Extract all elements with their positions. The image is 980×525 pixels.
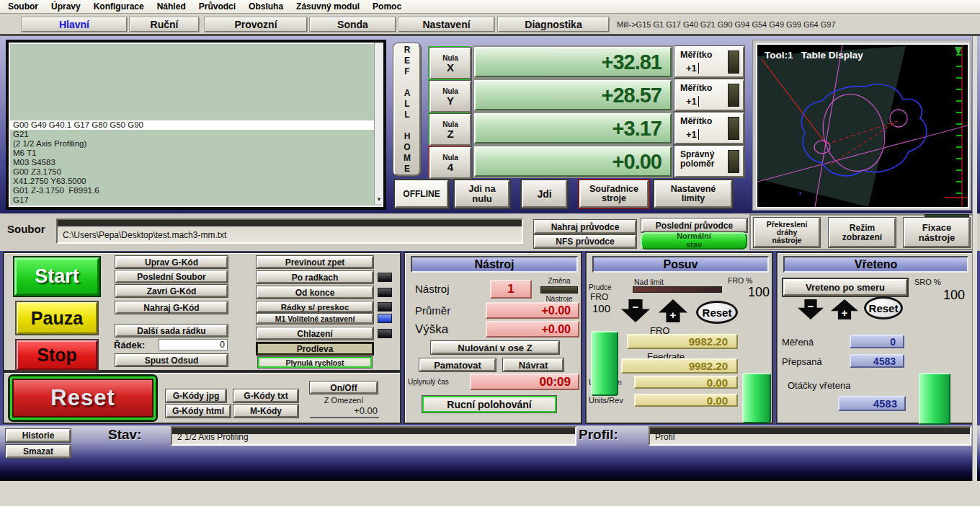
touch-z-button[interactable]: Nulování v ose Z: [431, 341, 559, 354]
menu-konfigurace[interactable]: Konfigurace: [87, 0, 151, 13]
scale-x-button[interactable]: Měřítko +1: [674, 46, 744, 78]
offline-button[interactable]: OFFLINE: [395, 180, 448, 208]
radius-correct-button[interactable]: Správný poloměr: [674, 146, 744, 177]
wizard-state-indicator[interactable]: Normální stav: [641, 232, 747, 250]
stop-button[interactable]: Stop: [17, 340, 97, 370]
soft-limits-button[interactable]: Nastavené limity: [654, 180, 732, 208]
spindle-rpm-dro[interactable]: 4583: [838, 396, 906, 411]
flood-button[interactable]: Chlazení: [257, 327, 373, 340]
menu-zasuvny-modul[interactable]: Zásuvný modul: [290, 0, 366, 13]
spindle-increase-button[interactable]: +: [831, 299, 858, 319]
feedrate-dro[interactable]: 9982.20: [621, 358, 738, 374]
rewind-button[interactable]: Previnout zpet: [257, 256, 373, 268]
feed-reset-button[interactable]: Reset: [696, 301, 738, 324]
overridden-dro[interactable]: 4583: [850, 354, 904, 368]
return-button[interactable]: Návrat: [503, 358, 564, 371]
goto-zero-button[interactable]: Jdi na nulu: [455, 180, 509, 208]
zero-z-button[interactable]: Nula Z: [428, 112, 470, 144]
tool-dia-dro[interactable]: +0.00: [486, 302, 579, 319]
line-label: Řádek:: [114, 340, 145, 350]
file-path-field[interactable]: C:\Users\Pepa\Desktop\test.mach3-mm.txt: [56, 219, 523, 244]
tab-hlavni[interactable]: Hlavní: [22, 17, 127, 32]
gcodes-jpg-button[interactable]: G-Kódy jpg: [166, 389, 226, 402]
menu-obsluha[interactable]: Obsluha: [242, 0, 290, 13]
last-wizard-button[interactable]: Poslední průvodce: [641, 219, 747, 232]
gcode-scrollbar[interactable]: ▼: [374, 43, 383, 204]
remember-button[interactable]: Pamatovat: [419, 358, 496, 371]
scale-z-value[interactable]: +1: [686, 129, 699, 140]
reverse-run-button[interactable]: Od konce: [257, 286, 373, 299]
menu-nahled[interactable]: Náhled: [151, 0, 192, 13]
tab-rucni[interactable]: Ruční: [130, 17, 199, 32]
tool-fix-button[interactable]: Fixace nástroje: [904, 218, 970, 247]
tab-nastaveni[interactable]: Nastavení: [398, 17, 494, 32]
fro-dro[interactable]: 9982.20: [627, 334, 738, 349]
tool-height-dro[interactable]: +0.00: [486, 321, 579, 338]
units-rev-label: Units/Rev: [589, 396, 623, 405]
machine-coords-button[interactable]: Souřadnice stroje: [579, 180, 649, 208]
scale-y-value[interactable]: +1: [686, 96, 699, 107]
axis-letter: X: [447, 62, 454, 73]
dro-4[interactable]: +0.00: [474, 146, 672, 177]
single-block-button[interactable]: Po radkach: [257, 271, 373, 283]
gcodes-txt-button[interactable]: G-Kódy txt: [233, 389, 298, 402]
feed-decrease-button[interactable]: −: [621, 299, 650, 322]
recent-file-button[interactable]: Poslední Soubor: [115, 270, 228, 283]
zero-y-button[interactable]: Nula Y: [428, 79, 470, 111]
line-number-field[interactable]: 0: [159, 339, 228, 350]
gcode-list[interactable]: G00 G49 G40.1 G17 G80 G50 G90 G21 (2 1/2…: [6, 40, 386, 210]
menu-pruvodci[interactable]: Průvodci: [192, 0, 242, 13]
tab-provozni[interactable]: Provozní: [205, 17, 307, 32]
feed-increase-button[interactable]: +: [659, 299, 687, 322]
reset-button[interactable]: Reset: [10, 376, 156, 420]
ref-all-home-button[interactable]: R E F A L L H O M E: [393, 43, 421, 176]
menu-upravy[interactable]: Úpravy: [45, 0, 87, 13]
nfs-wizard-button[interactable]: NFS průvodce: [534, 235, 636, 248]
pause-button[interactable]: Pauza: [17, 302, 97, 334]
set-next-line-button[interactable]: Další sada rádku: [115, 325, 228, 337]
tool-change-led[interactable]: [540, 286, 578, 294]
history-button[interactable]: Historie: [6, 429, 71, 442]
rapid-fro-label1: Prudce: [589, 283, 612, 291]
start-button[interactable]: Start: [14, 257, 99, 296]
m1-optional-stop-button[interactable]: M1 Volitelné zastavení: [257, 314, 373, 324]
load-gcode-button[interactable]: Nahraj G-Kód: [115, 301, 228, 314]
spindle-cw-button[interactable]: Vreteno po smeru: [783, 279, 907, 296]
block-delete-button[interactable]: Rádky s/ preskoc: [257, 301, 373, 312]
rapid-override-slider[interactable]: [742, 373, 771, 423]
dro-x[interactable]: +32.81: [474, 47, 672, 77]
clear-status-button[interactable]: Smazat: [6, 445, 71, 458]
toolpath-display[interactable]: x Tool:1 Table Display: [752, 40, 971, 211]
jog-toggle-button[interactable]: Rucní polohování: [422, 396, 556, 412]
dro-y[interactable]: +28.57: [474, 80, 672, 110]
goto-button[interactable]: Jdi: [522, 180, 567, 208]
mcodes-button[interactable]: M-Kódy: [233, 405, 298, 418]
tab-sonda[interactable]: Sonda: [310, 17, 396, 32]
menu-pomoc[interactable]: Pomoc: [366, 0, 408, 13]
tool-number-dro[interactable]: 1: [490, 280, 532, 299]
zero-x-button[interactable]: Nula X: [428, 46, 470, 78]
dwell-indicator[interactable]: Prodleva: [257, 343, 373, 355]
run-from-here-button[interactable]: Spust Odsud: [115, 354, 228, 366]
edit-gcode-button[interactable]: Uprav G-Kód: [115, 256, 228, 268]
tab-diagnostika[interactable]: Diagnostika: [498, 17, 609, 32]
gcodes-html-button[interactable]: G-Kódy html: [166, 405, 231, 418]
spindle-reset-button[interactable]: Reset: [864, 296, 903, 319]
feed-override-slider[interactable]: [591, 331, 618, 396]
scale-x-value[interactable]: +1: [686, 63, 699, 74]
spindle-override-slider[interactable]: [919, 373, 950, 425]
scroll-down-icon[interactable]: ▼: [375, 195, 383, 204]
scale-z-button[interactable]: Měřítko +1: [674, 112, 744, 144]
z-inhibit-value[interactable]: +0.00: [310, 405, 379, 418]
spindle-decrease-button[interactable]: −: [798, 299, 824, 319]
scale-y-button[interactable]: Měřítko +1: [674, 79, 744, 111]
zero-4-button[interactable]: Nula 4: [428, 146, 470, 177]
close-gcode-button[interactable]: Zavri G-Kód: [115, 285, 228, 297]
menu-soubor[interactable]: Soubor: [1, 0, 45, 13]
display-mode-button[interactable]: Režim zobrazení: [829, 218, 896, 247]
dro-z[interactable]: +3.17: [474, 113, 672, 144]
regen-toolpath-button[interactable]: Překreslení dráhy nástroje: [754, 218, 820, 247]
z-inhibit-onoff-button[interactable]: On/Off: [310, 381, 378, 394]
load-wizard-button[interactable]: Nahraj průvodce: [534, 220, 636, 234]
cv-mode-indicator[interactable]: Plynulá rychlost: [258, 357, 372, 368]
